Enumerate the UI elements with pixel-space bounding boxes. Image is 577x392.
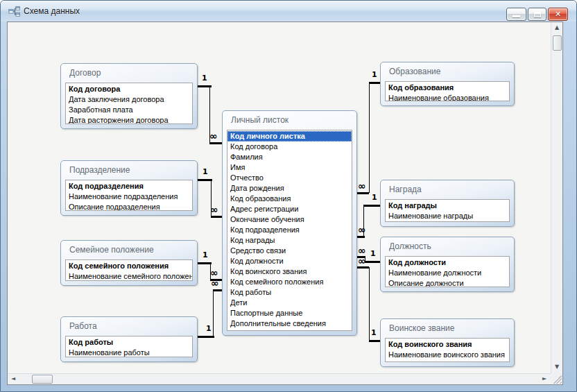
- field-row[interactable]: Заработная плата: [66, 105, 192, 115]
- table-title[interactable]: Должность: [389, 241, 510, 251]
- relation-line[interactable]: [198, 336, 214, 338]
- field-row[interactable]: Описание должности: [386, 278, 509, 287]
- table-title[interactable]: Договор: [69, 68, 193, 78]
- cardinality-one: 1: [202, 74, 207, 82]
- maximize-button[interactable]: [528, 8, 546, 21]
- window-titlebar[interactable]: Схема данных ✕: [1, 1, 576, 22]
- field-row[interactable]: Наименование образования: [386, 93, 509, 101]
- cardinality-many: ∞: [210, 206, 218, 214]
- horizontal-scrollbar[interactable]: ◄ ►: [8, 373, 551, 384]
- field-row[interactable]: Описание подразделения: [66, 202, 192, 211]
- field-row-pk[interactable]: Код награды: [386, 201, 509, 211]
- table-nagrada[interactable]: Награда Код наградыНаименование награды: [380, 180, 515, 227]
- diagram-canvas[interactable]: Договор Код договораДата заключения дого…: [8, 22, 551, 373]
- relation-line[interactable]: [369, 82, 380, 84]
- table-title[interactable]: Работа: [69, 321, 193, 331]
- cardinality-one: 1: [203, 168, 208, 176]
- close-icon: ✕: [555, 8, 561, 20]
- table-obrazovanie[interactable]: Образование Код образованияНаименование …: [380, 62, 515, 106]
- relationships-icon: [8, 6, 20, 17]
- field-row[interactable]: Код награды: [227, 235, 352, 246]
- scroll-down-icon[interactable]: ▼: [551, 361, 562, 373]
- field-row[interactable]: Дата рождения: [227, 183, 352, 194]
- close-button[interactable]: ✕: [548, 8, 568, 21]
- scroll-up-icon[interactable]: ▲: [551, 22, 562, 33]
- relation-line[interactable]: [213, 289, 222, 291]
- table-title[interactable]: Воинское звание: [389, 323, 510, 333]
- field-row[interactable]: Паспортные данные: [227, 308, 352, 318]
- field-row[interactable]: Средство связи: [227, 246, 352, 256]
- field-row[interactable]: Дети: [227, 298, 352, 308]
- field-row[interactable]: Дополнительные сведения: [227, 318, 352, 329]
- field-row[interactable]: Окончание обучения: [227, 214, 352, 225]
- table-voinskoe-zvanie[interactable]: Воинское звание Код воинского званияНаим…: [380, 318, 515, 367]
- relation-line[interactable]: [369, 83, 370, 193]
- relation-line[interactable]: [369, 267, 370, 341]
- table-semeynoe-polozhenie[interactable]: Семейное положение Код семейного положен…: [60, 240, 198, 286]
- field-row[interactable]: Фамилия: [227, 152, 352, 162]
- field-row[interactable]: Код подразделения: [227, 225, 352, 235]
- vertical-scrollbar[interactable]: ▲ ▼: [551, 22, 562, 373]
- field-row-pk[interactable]: Код семейного положения: [66, 261, 192, 271]
- relation-line[interactable]: [211, 216, 222, 218]
- field-row[interactable]: Дата заключения договора: [66, 94, 192, 105]
- field-row[interactable]: Наименование подразделения: [66, 191, 192, 202]
- field-row[interactable]: Наименование должности: [386, 268, 509, 278]
- field-row[interactable]: Имя: [227, 162, 352, 173]
- relation-line[interactable]: [365, 261, 380, 263]
- table-title[interactable]: Награда: [389, 185, 510, 194]
- field-row[interactable]: Наименование воинского звания: [386, 350, 509, 360]
- field-row-pk[interactable]: Код подразделения: [66, 181, 192, 191]
- field-row[interactable]: Наименование работы: [66, 348, 192, 357]
- relation-line[interactable]: [198, 179, 212, 181]
- field-row[interactable]: Код семейного положения: [227, 277, 352, 287]
- relation-line[interactable]: [369, 340, 380, 342]
- field-row-pk[interactable]: Код работы: [66, 337, 192, 348]
- field-row[interactable]: Отчество: [227, 173, 352, 183]
- relation-line[interactable]: [363, 205, 380, 207]
- field-row[interactable]: Наименование семейного положения: [66, 271, 192, 281]
- field-row-pk[interactable]: Код договора: [66, 84, 192, 94]
- minimize-icon: [513, 15, 520, 17]
- table-dolzhnost[interactable]: Должность Код должностиНаименование долж…: [380, 237, 515, 292]
- field-row-pk[interactable]: Код должности: [386, 257, 509, 268]
- table-title[interactable]: Личный листок: [231, 115, 352, 125]
- cardinality-many: ∞: [358, 226, 365, 234]
- relation-line[interactable]: [357, 266, 369, 269]
- vertical-scrollbar-thumb[interactable]: [553, 35, 562, 51]
- field-row[interactable]: Код работы: [227, 287, 352, 298]
- field-list: Код семейного положенияНаименование семе…: [65, 259, 193, 281]
- table-title[interactable]: Подразделение: [69, 165, 193, 175]
- field-row[interactable]: Код договора: [227, 142, 352, 152]
- minimize-button[interactable]: [506, 8, 526, 21]
- maximize-icon: [534, 12, 541, 17]
- table-rabota[interactable]: Работа Код работыНаименование работы: [60, 316, 198, 362]
- field-list: Код воинского званияНаименование воинско…: [385, 338, 510, 362]
- horizontal-scrollbar-thumb[interactable]: [32, 375, 53, 384]
- relation-line[interactable]: [198, 262, 212, 264]
- field-list: Код наградыНаименование награды: [385, 199, 510, 222]
- cardinality-one: 1: [370, 250, 376, 257]
- cardinality-many: ∞: [358, 257, 365, 265]
- relation-line[interactable]: [357, 236, 365, 238]
- field-row[interactable]: Код образования: [227, 194, 352, 204]
- field-row-pk[interactable]: Код личного листка: [227, 131, 352, 142]
- field-row-pk[interactable]: Код воинского звания: [386, 339, 509, 350]
- relation-line[interactable]: [357, 192, 369, 194]
- relation-line[interactable]: [209, 142, 222, 144]
- scroll-right-icon[interactable]: ►: [539, 373, 550, 384]
- table-title[interactable]: Семейное положение: [69, 245, 193, 255]
- table-dogovor[interactable]: Договор Код договораДата заключения дого…: [60, 63, 198, 129]
- table-title[interactable]: Образование: [389, 67, 510, 76]
- field-row[interactable]: Код воинского звания: [227, 266, 352, 277]
- table-podrazdelenie[interactable]: Подразделение Код подразделенияНаименова…: [60, 160, 198, 216]
- field-row-pk[interactable]: Код образования: [386, 83, 509, 93]
- field-row[interactable]: Адрес регистрации: [227, 204, 352, 214]
- field-row[interactable]: Наименование награды: [386, 211, 509, 221]
- field-row[interactable]: Код должности: [227, 256, 352, 266]
- relation-line[interactable]: [213, 291, 214, 336]
- table-lichny-listok[interactable]: Личный листок Код личного листкаКод дого…: [222, 110, 357, 336]
- field-row[interactable]: Дата расторжения договора: [66, 115, 192, 124]
- resize-grip[interactable]: [553, 375, 562, 384]
- scroll-left-icon[interactable]: ◄: [8, 373, 19, 384]
